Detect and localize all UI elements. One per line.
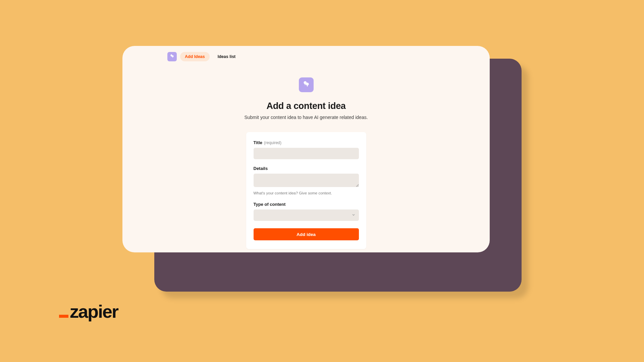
- app-logo-icon: [167, 52, 177, 61]
- type-label: Type of content: [254, 202, 286, 207]
- form-card: Title (required) Details What's your con…: [246, 132, 366, 249]
- tab-add-ideas[interactable]: Add Ideas: [180, 52, 210, 61]
- hero: Add a content idea Submit your content i…: [122, 77, 490, 120]
- details-label: Details: [254, 166, 268, 171]
- field-title: Title (required): [254, 140, 359, 159]
- details-help-text: What's your content idea? Give some cont…: [254, 191, 359, 195]
- type-select[interactable]: [254, 209, 359, 221]
- hero-logo-icon: [299, 77, 314, 92]
- title-label: Title: [254, 140, 263, 145]
- page-title: Add a content idea: [266, 101, 345, 111]
- topbar: Add Ideas Ideas list: [122, 46, 490, 61]
- page-subtitle: Submit your content idea to have AI gene…: [244, 115, 368, 120]
- field-details: Details What's your content idea? Give s…: [254, 166, 359, 195]
- add-idea-button[interactable]: Add idea: [254, 228, 359, 240]
- brand-name: zapier: [70, 303, 118, 320]
- title-required-hint: (required): [264, 140, 281, 145]
- details-textarea[interactable]: [254, 174, 359, 187]
- field-type: Type of content: [254, 202, 359, 221]
- brand-logo: zapier: [59, 303, 118, 320]
- brand-underscore-icon: [59, 315, 68, 318]
- tab-ideas-list[interactable]: Ideas list: [213, 52, 240, 61]
- app-card: Add Ideas Ideas list Add a content idea …: [122, 46, 490, 252]
- title-input[interactable]: [254, 148, 359, 159]
